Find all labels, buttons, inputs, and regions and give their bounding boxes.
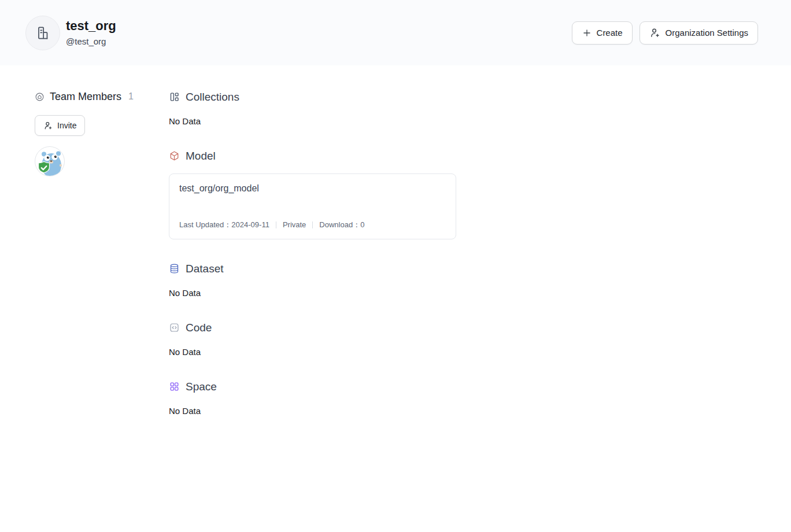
invite-button[interactable]: Invite: [35, 115, 85, 136]
plus-icon: [582, 28, 592, 38]
last-updated-label: Last Updated：: [179, 220, 231, 230]
organization-settings-label: Organization Settings: [666, 28, 748, 38]
org-title-block: test_org @test_org: [66, 19, 116, 47]
dataset-empty-text: No Data: [169, 288, 768, 298]
space-title: Space: [186, 380, 217, 393]
members-row: [35, 146, 169, 176]
downloads: Download： 0: [319, 220, 364, 230]
code-empty-text: No Data: [169, 347, 768, 357]
space-heading: Space: [169, 380, 768, 393]
section-collections: Collections No Data: [169, 90, 768, 127]
collections-heading: Collections: [169, 90, 768, 104]
model-title: Model: [186, 149, 216, 162]
code-heading: Code: [169, 321, 768, 334]
org-profile-page: test_org @test_org Create: [0, 0, 791, 532]
building-icon: [35, 25, 51, 41]
dataset-heading: Dataset: [169, 262, 768, 275]
cube-icon: [169, 150, 180, 161]
content-area: Team Members 1 Invite: [0, 65, 791, 439]
visibility-badge: Private: [283, 220, 306, 230]
member-avatar[interactable]: [35, 146, 65, 176]
org-avatar: [25, 16, 60, 50]
section-dataset: Dataset No Data: [169, 262, 768, 298]
create-button-label: Create: [597, 28, 623, 38]
database-icon: [169, 263, 180, 274]
model-heading: Model: [169, 149, 768, 162]
last-updated-value: 2024-09-11: [231, 220, 269, 230]
section-code: Code No Data: [169, 321, 768, 357]
sidebar: Team Members 1 Invite: [35, 90, 169, 176]
section-model: Model test_org/org_model Last Updated： 2…: [169, 149, 768, 239]
model-card-title: test_org/org_model: [179, 183, 446, 194]
downloads-count: 0: [360, 220, 364, 230]
model-card-meta: Last Updated： 2024-09-11 Private Downloa…: [179, 220, 446, 230]
code-title: Code: [186, 321, 212, 334]
dataset-title: Dataset: [186, 262, 223, 275]
org-name: test_org: [66, 19, 116, 34]
create-button[interactable]: Create: [572, 21, 633, 45]
invite-button-label: Invite: [57, 121, 76, 130]
team-members-heading: Team Members 1: [35, 90, 169, 103]
collections-icon: [169, 91, 180, 102]
header-actions: Create Organization Settings: [572, 21, 758, 45]
space-empty-text: No Data: [169, 406, 768, 416]
gopher-shield-avatar: [35, 146, 65, 176]
user-plus-icon: [43, 121, 53, 131]
collections-empty-text: No Data: [169, 116, 768, 127]
collections-title: Collections: [186, 90, 239, 104]
main-content: Collections No Data Model: [169, 90, 768, 439]
section-space: Space No Data: [169, 380, 768, 416]
team-members-count: 1: [128, 90, 134, 103]
code-brackets-icon: [169, 322, 180, 333]
model-card[interactable]: test_org/org_model Last Updated： 2024-09…: [169, 173, 456, 239]
team-members-label: Team Members: [50, 90, 121, 103]
divider: [312, 221, 313, 228]
org-header: test_org @test_org Create: [0, 0, 791, 65]
divider: [276, 221, 276, 228]
organization-settings-button[interactable]: Organization Settings: [640, 21, 758, 45]
downloads-label: Download：: [319, 220, 360, 230]
user-plus-icon: [649, 27, 661, 39]
home-circle-icon: [35, 92, 45, 102]
grid-icon: [169, 381, 180, 392]
last-updated: Last Updated： 2024-09-11: [179, 220, 269, 230]
org-handle: @test_org: [66, 36, 116, 47]
